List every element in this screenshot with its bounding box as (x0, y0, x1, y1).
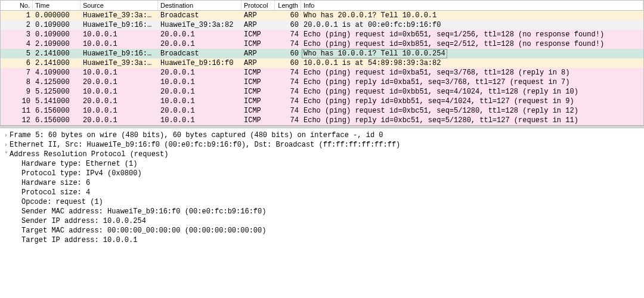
chevron-down-icon: ˅ (2, 150, 10, 159)
cell-proto: ICMP (242, 30, 275, 39)
cell-dest: 10.0.0.1 (158, 116, 242, 125)
cell-proto: ICMP (242, 107, 275, 115)
cell-source: 20.0.0.1 (80, 78, 158, 86)
arp-protosize[interactable]: Protocol size: 4 (2, 188, 642, 197)
cell-time: 4.109000 (33, 69, 80, 77)
arp-opcode[interactable]: Opcode: request (1) (2, 197, 642, 207)
cell-no: 2 (1, 21, 33, 29)
cell-time: 4.125000 (33, 78, 80, 86)
chevron-right-icon: › (2, 131, 10, 140)
packet-row[interactable]: 116.15600010.0.0.120.0.0.1ICMP74Echo (pi… (1, 106, 643, 116)
col-header-source[interactable]: Source (80, 1, 158, 10)
packet-row[interactable]: 95.12500010.0.0.120.0.0.1ICMP74Echo (pin… (1, 87, 643, 97)
cell-time: 0.109000 (33, 30, 80, 39)
cell-info: Echo (ping) request id=0xb651, seq=1/256… (301, 30, 643, 39)
cell-info: Echo (ping) request id=0xb851, seq=2/512… (301, 40, 643, 48)
cell-time: 2.141000 (33, 49, 80, 58)
cell-info: Who has 20.0.0.1? Tell 10.0.0.1 (301, 11, 643, 20)
cell-no: 6 (1, 59, 33, 67)
cell-proto: ARP (242, 21, 275, 29)
cell-length: 60 (275, 11, 301, 20)
cell-proto: ICMP (242, 116, 275, 125)
packet-row[interactable]: 30.10900010.0.0.120.0.0.1ICMP74Echo (pin… (1, 30, 643, 39)
cell-length: 74 (275, 97, 301, 105)
cell-length: 74 (275, 30, 301, 39)
tree-arp-label: Address Resolution Protocol (request) (10, 150, 168, 159)
cell-length: 74 (275, 116, 301, 125)
packet-row[interactable]: 74.10900010.0.0.120.0.0.1ICMP74Echo (pin… (1, 68, 643, 77)
tree-arp[interactable]: ˅ Address Resolution Protocol (request) (2, 150, 642, 159)
cell-no: 4 (1, 40, 33, 48)
cell-dest: Broadcast (158, 49, 242, 58)
cell-source: HuaweiTe_b9:16:… (80, 21, 158, 29)
cell-length: 74 (275, 107, 301, 115)
cell-dest: 10.0.0.1 (158, 78, 242, 86)
packet-row[interactable]: 126.15600020.0.0.110.0.0.1ICMP74Echo (pi… (1, 116, 643, 125)
cell-info: Echo (ping) request id=0xbc51, seq=5/128… (301, 107, 643, 115)
packet-row[interactable]: 105.14100020.0.0.110.0.0.1ICMP74Echo (pi… (1, 97, 643, 106)
cell-dest: 20.0.0.1 (158, 30, 242, 39)
cell-dest: Broadcast (158, 11, 242, 20)
cell-time: 6.156000 (33, 116, 80, 125)
packet-row[interactable]: 10.000000HuaweiTe_39:3a:…BroadcastARP60W… (1, 11, 643, 20)
cell-info: 10.0.0.1 is at 54:89:98:39:3a:82 (301, 59, 643, 67)
cell-length: 60 (275, 49, 301, 58)
cell-no: 10 (1, 97, 33, 105)
col-header-no[interactable]: No. (1, 1, 33, 10)
col-header-protocol[interactable]: Protocol (242, 1, 275, 10)
cell-time: 0.000000 (33, 11, 80, 20)
cell-time: 5.125000 (33, 88, 80, 96)
arp-hwsize[interactable]: Hardware size: 6 (2, 178, 642, 188)
packet-row[interactable]: 52.141000HuaweiTe_b9:16:…BroadcastARP60W… (1, 49, 643, 58)
cell-source: 20.0.0.1 (80, 97, 158, 105)
cell-time: 2.141000 (33, 59, 80, 67)
cell-info: Echo (ping) reply id=0xbb51, seq=4/1024,… (301, 97, 643, 105)
cell-no: 11 (1, 107, 33, 115)
cell-source: 10.0.0.1 (80, 107, 158, 115)
cell-source: 10.0.0.1 (80, 30, 158, 39)
col-header-time[interactable]: Time (33, 1, 80, 10)
cell-no: 3 (1, 30, 33, 39)
arp-target-mac[interactable]: Target MAC address: 00:00:00_00:00:00 (0… (2, 226, 642, 235)
arp-sender-ip[interactable]: Sender IP address: 10.0.0.254 (2, 216, 642, 226)
cell-dest: 10.0.0.1 (158, 97, 242, 105)
cell-info: 20.0.0.1 is at 00:e0:fc:b9:16:f0 (301, 21, 643, 29)
cell-length: 74 (275, 69, 301, 77)
arp-hwtype[interactable]: Hardware type: Ethernet (1) (2, 159, 642, 169)
cell-proto: ARP (242, 49, 275, 58)
cell-proto: ARP (242, 11, 275, 20)
arp-prototype[interactable]: Protocol type: IPv4 (0x0800) (2, 169, 642, 178)
cell-source: 10.0.0.1 (80, 69, 158, 77)
cell-length: 74 (275, 78, 301, 86)
cell-proto: ICMP (242, 69, 275, 77)
cell-dest: 20.0.0.1 (158, 40, 242, 48)
cell-dest: 20.0.0.1 (158, 107, 242, 115)
cell-dest: 20.0.0.1 (158, 88, 242, 96)
cell-dest: HuaweiTe_b9:16:f0 (158, 59, 242, 67)
packet-row[interactable]: 20.109000HuaweiTe_b9:16:…HuaweiTe_39:3a:… (1, 20, 643, 30)
tree-frame[interactable]: › Frame 5: 60 bytes on wire (480 bits), … (2, 131, 642, 140)
packet-row[interactable]: 42.10900010.0.0.120.0.0.1ICMP74Echo (pin… (1, 39, 643, 49)
cell-length: 74 (275, 40, 301, 48)
col-header-info[interactable]: Info (301, 1, 643, 10)
cell-time: 0.109000 (33, 21, 80, 29)
packet-list-body: 10.000000HuaweiTe_39:3a:…BroadcastARP60W… (1, 11, 643, 125)
tree-ethernet[interactable]: › Ethernet II, Src: HuaweiTe_b9:16:f0 (0… (2, 140, 642, 150)
cell-no: 8 (1, 78, 33, 86)
packet-row[interactable]: 84.12500020.0.0.110.0.0.1ICMP74Echo (pin… (1, 77, 643, 87)
cell-length: 60 (275, 59, 301, 67)
cell-time: 5.141000 (33, 97, 80, 105)
col-header-length[interactable]: Length (275, 1, 301, 10)
cell-no: 5 (1, 49, 33, 58)
packet-row[interactable]: 62.141000HuaweiTe_39:3a:…HuaweiTe_b9:16:… (1, 58, 643, 68)
cell-info: Who has 10.0.0.1? Tell 10.0.0.254 (301, 49, 643, 58)
arp-target-ip[interactable]: Target IP address: 10.0.0.1 (2, 235, 642, 245)
packet-details-pane: › Frame 5: 60 bytes on wire (480 bits), … (0, 128, 644, 249)
tree-ethernet-label: Ethernet II, Src: HuaweiTe_b9:16:f0 (00:… (10, 140, 400, 150)
arp-sender-mac[interactable]: Sender MAC address: HuaweiTe_b9:16:f0 (0… (2, 207, 642, 216)
col-header-destination[interactable]: Destination (158, 1, 242, 10)
packet-list-header: No. Time Source Destination Protocol Len… (1, 1, 643, 11)
cell-dest: 20.0.0.1 (158, 69, 242, 77)
cell-time: 2.109000 (33, 40, 80, 48)
cell-info: Echo (ping) reply id=0xbc51, seq=5/1280,… (301, 116, 643, 125)
